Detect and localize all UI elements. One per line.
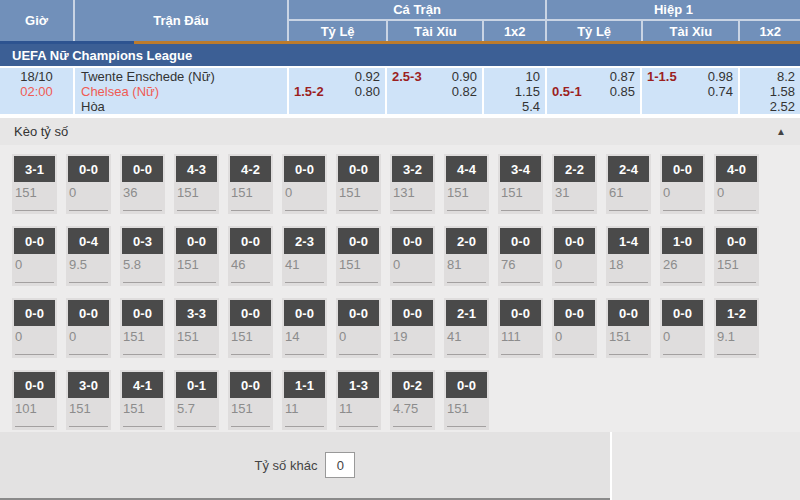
other-score-input[interactable] (325, 452, 355, 478)
tile-underline (177, 354, 216, 355)
half-handicap-cell[interactable]: 0.87 0.5-10.85 (545, 68, 640, 114)
match-kickoff-time: 02:00 (0, 84, 73, 99)
score-odds-tile[interactable]: 0-00 (12, 226, 57, 286)
score-odds-tile[interactable]: 0-00 (552, 226, 597, 286)
score-odds-tile[interactable]: 3-3151 (174, 298, 219, 358)
full-1x2-home-odds[interactable]: 10 (484, 69, 540, 84)
tile-underline (15, 210, 54, 211)
tile-underline (15, 426, 54, 427)
score-odds-tile[interactable]: 0-00 (660, 154, 705, 214)
score-odds-tile[interactable]: 0-0151 (606, 298, 651, 358)
score-odds-tile[interactable]: 0-0151 (228, 298, 273, 358)
score-label: 0-0 (554, 300, 595, 326)
score-odds-tile[interactable]: 1-311 (336, 370, 381, 430)
score-odds-tile[interactable]: 0-0101 (12, 370, 57, 430)
score-odds-tile[interactable]: 2-341 (282, 226, 327, 286)
full-1x2-away-odds[interactable]: 5.4 (484, 99, 540, 114)
half-handicap-home-odds[interactable]: 0.87 (610, 69, 635, 84)
score-odds-tile[interactable]: 1-026 (660, 226, 705, 286)
score-odds-tile[interactable]: 4-4151 (444, 154, 489, 214)
score-odds-tile[interactable]: 2-141 (444, 298, 489, 358)
col-header-half-1x2: 1x2 (738, 21, 800, 41)
full-under-odds[interactable]: 0.82 (452, 84, 477, 99)
score-odds-tile[interactable]: 4-00 (714, 154, 759, 214)
score-odds-tile[interactable]: 0-49.5 (66, 226, 111, 286)
score-odds-tile[interactable]: 1-418 (606, 226, 651, 286)
score-label: 4-3 (176, 156, 217, 182)
half-1x2-away-odds[interactable]: 2.52 (740, 99, 795, 114)
score-odds-tile[interactable]: 3-1151 (12, 154, 57, 214)
score-odds-tile[interactable]: 0-00 (660, 298, 705, 358)
odds-value: 0 (552, 326, 597, 344)
odds-value: 0 (390, 254, 435, 272)
score-odds-tile[interactable]: 0-0151 (714, 226, 759, 286)
odds-value: 151 (336, 254, 381, 272)
score-odds-tile[interactable]: 2-461 (606, 154, 651, 214)
collapse-arrow-icon[interactable]: ▲ (776, 126, 786, 137)
score-odds-tile[interactable]: 4-3151 (174, 154, 219, 214)
score-label: 0-0 (14, 228, 55, 254)
score-odds-tile[interactable]: 3-4151 (498, 154, 543, 214)
tile-underline (339, 210, 378, 211)
score-odds-tile[interactable]: 0-0111 (498, 298, 543, 358)
score-odds-tile[interactable]: 0-036 (120, 154, 165, 214)
tile-underline (609, 210, 648, 211)
score-odds-tile[interactable]: 2-231 (552, 154, 597, 214)
full-over-odds[interactable]: 0.90 (452, 69, 477, 84)
score-odds-tile[interactable]: 3-0151 (66, 370, 111, 430)
tile-underline (231, 282, 270, 283)
half-overunder-cell[interactable]: 1-1.50.98 0.74 (640, 68, 738, 114)
score-odds-tile[interactable]: 0-00 (66, 298, 111, 358)
odds-value: 151 (444, 182, 489, 200)
full-1x2-cell[interactable]: 10 1.15 5.4 (482, 68, 545, 114)
league-header-bar[interactable]: UEFA Nữ Champions League (0, 44, 800, 66)
score-odds-tile[interactable]: 0-0151 (336, 226, 381, 286)
odds-value: 151 (66, 398, 111, 416)
full-1x2-draw-odds[interactable]: 1.15 (484, 84, 540, 99)
half-1x2-draw-odds[interactable]: 1.58 (740, 84, 795, 99)
odds-value: 14 (282, 326, 327, 344)
full-overunder-cell[interactable]: 2.5-30.90 0.82 (385, 68, 482, 114)
score-odds-tile[interactable]: 0-24.75 (390, 370, 435, 430)
score-odds-tile[interactable]: 0-00 (552, 298, 597, 358)
score-label: 0-0 (122, 156, 163, 182)
full-handicap-away-odds[interactable]: 0.80 (355, 84, 380, 99)
score-label: 1-0 (662, 228, 703, 254)
score-odds-tile[interactable]: 0-00 (12, 298, 57, 358)
half-1x2-home-odds[interactable]: 8.2 (740, 69, 795, 84)
score-odds-tile[interactable]: 0-0151 (228, 370, 273, 430)
score-odds-tile[interactable]: 0-00 (282, 154, 327, 214)
score-odds-tile[interactable]: 3-2131 (390, 154, 435, 214)
score-odds-tile[interactable]: 0-00 (336, 298, 381, 358)
score-odds-tile[interactable]: 0-019 (390, 298, 435, 358)
score-odds-tile[interactable]: 4-1151 (120, 370, 165, 430)
score-odds-tile[interactable]: 4-2151 (228, 154, 273, 214)
score-odds-tile[interactable]: 0-014 (282, 298, 327, 358)
score-odds-tile[interactable]: 0-046 (228, 226, 273, 286)
score-odds-tile[interactable]: 0-15.7 (174, 370, 219, 430)
score-label: 3-1 (14, 156, 55, 182)
half-under-odds[interactable]: 0.74 (708, 84, 733, 99)
col-header-half-overunder: Tài Xỉu (641, 21, 738, 41)
score-odds-tile[interactable]: 0-00 (390, 226, 435, 286)
full-handicap-home-odds[interactable]: 0.92 (355, 69, 380, 84)
score-label: 0-0 (608, 300, 649, 326)
score-odds-tile[interactable]: 2-081 (444, 226, 489, 286)
half-handicap-away-odds[interactable]: 0.85 (610, 84, 635, 99)
odds-value: 151 (174, 254, 219, 272)
half-over-odds[interactable]: 0.98 (708, 69, 733, 84)
tile-underline (339, 426, 378, 427)
score-odds-tile[interactable]: 1-29.1 (714, 298, 759, 358)
half-1x2-cell[interactable]: 8.2 1.58 2.52 (738, 68, 800, 114)
score-odds-tile[interactable]: 1-111 (282, 370, 327, 430)
score-odds-tile[interactable]: 0-0151 (120, 298, 165, 358)
score-odds-tile[interactable]: 0-00 (66, 154, 111, 214)
score-odds-tile[interactable]: 0-0151 (444, 370, 489, 430)
score-label: 0-0 (14, 372, 55, 398)
full-handicap-cell[interactable]: 0.92 1.5-20.80 (287, 68, 385, 114)
score-odds-tile[interactable]: 0-35.8 (120, 226, 165, 286)
score-odds-tile[interactable]: 0-0151 (174, 226, 219, 286)
score-label: 0-0 (230, 228, 271, 254)
score-odds-tile[interactable]: 0-0151 (336, 154, 381, 214)
score-odds-tile[interactable]: 0-076 (498, 226, 543, 286)
